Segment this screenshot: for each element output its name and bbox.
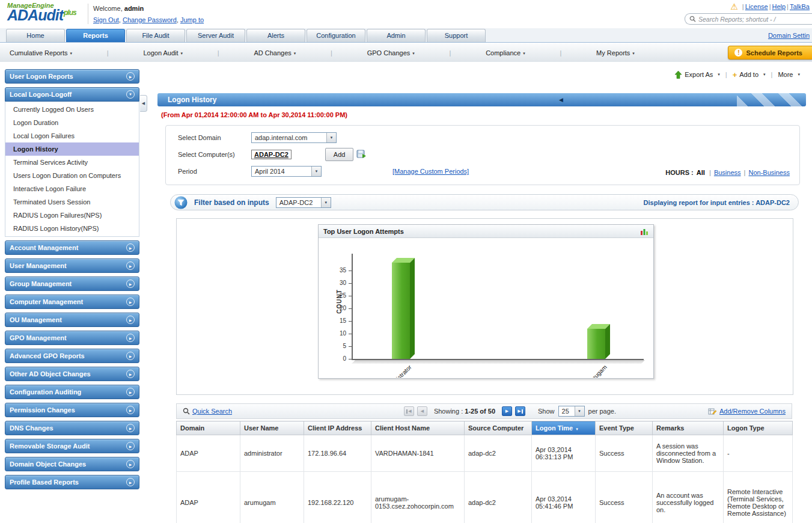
schedule-reports-button[interactable]: ! Schedule Reports [728,46,812,60]
search-box[interactable] [685,13,812,25]
sidebar-section-group-management[interactable]: Group Management▶ [5,277,139,291]
sidebar-item-terminal-services-activity[interactable]: Terminal Services Activity [5,156,139,169]
sidebar-item-logon-duration[interactable]: Logon Duration [5,116,139,129]
menu-logon-audit[interactable]: Logon Audit▾ [143,49,183,57]
link-talkba[interactable]: TalkBa [790,3,810,10]
computers-value[interactable]: ADAP-DC2 [251,150,292,159]
column-header-logon-time[interactable]: Logon Time▾ [532,421,596,435]
column-header-logon-type[interactable]: Logon Type [724,421,793,435]
period-select[interactable]: April 2014 ▼ [251,166,322,177]
menu-cumulative-reports[interactable]: Cumulative Reports▾ [10,49,72,57]
tab-home[interactable]: Home [6,29,65,42]
menu-my-reports[interactable]: My Reports▾ [596,49,635,57]
sidebar-item-logon-history[interactable]: Logon History [5,142,139,156]
column-header-user-name[interactable]: User Name [240,421,304,435]
column-header-client-host-name[interactable]: Client Host Name [371,421,465,435]
first-page-button[interactable]: ◀ [404,406,414,416]
sidebar-sublist: Currently Logged On UsersLogon DurationL… [5,102,139,237]
sidebar-section-removable-storage-audit[interactable]: Removable Storage Audit▶ [5,439,139,453]
y-tick-mark [349,271,352,271]
add-to-button[interactable]: + Add to▾ [733,71,766,79]
sidebar-collapse-handle[interactable]: ◀ [140,95,147,112]
link-help[interactable]: Help [772,3,786,10]
tab-server-audit[interactable]: Server Audit [186,29,245,42]
sidebar-section-profile-based-reports[interactable]: Profile Based Reports▶ [5,475,139,489]
page-size-select[interactable]: 25 ▼ [558,406,585,417]
column-header-source-computer[interactable]: Source Computer [465,421,532,435]
link-license[interactable]: License [745,3,768,10]
previous-page-button[interactable]: ◀ [417,406,427,416]
tab-alerts[interactable]: Alerts [246,29,305,42]
sidebar-section-dns-changes[interactable]: DNS Changes▶ [5,421,139,435]
sidebar-item-local-logon-failures[interactable]: Local Logon Failures [5,129,139,142]
link-change-password[interactable]: Change Password [123,16,177,23]
sidebar-item-terminated-users-session[interactable]: Terminated Users Session [5,195,139,209]
quick-search[interactable]: Quick Search [183,408,312,415]
hours-all[interactable]: All [697,169,705,176]
sidebar-section-computer-management[interactable]: Computer Management▶ [5,295,139,309]
sidebar-section-gpo-management[interactable]: GPO Management▶ [5,331,139,345]
sidebar-section-local-logon-logoff[interactable]: Local Logon-Logoff▼ [5,87,139,102]
sidebar-section-domain-object-changes[interactable]: Domain Object Changes▶ [5,457,139,471]
search-input[interactable] [698,16,802,23]
app-logo[interactable]: ManageEngine ADAuditplus [7,2,76,23]
sidebar-section-other-ad-object-changes[interactable]: Other AD Object Changes▶ [5,367,139,381]
add-remove-columns[interactable]: Add/Remove Columns [708,408,786,415]
collapse-parameters-arrow[interactable]: ◀ [559,93,563,106]
sidebar-item-radius-logon-history-nps[interactable]: RADIUS Logon History(NPS) [5,222,139,235]
hours-business-link[interactable]: Business [714,169,741,176]
warning-icon[interactable]: ⚠ [730,2,738,11]
sidebar-section-permission-changes[interactable]: Permission Changes▶ [5,403,139,417]
last-page-button[interactable]: ▶ [515,406,525,416]
column-header-remarks[interactable]: Remarks [653,421,724,435]
sidebar-item-interactive-logon-failure[interactable]: Interactive Logon Failure [5,182,139,195]
table-cell: 172.18.96.64 [304,435,371,472]
table-cell: Success [596,472,653,523]
chart-bar-arumugam[interactable] [587,329,605,359]
tab-file-audit[interactable]: File Audit [126,29,185,42]
chart-type-icon[interactable] [640,228,649,235]
add-remove-columns-link[interactable]: Add/Remove Columns [719,408,786,415]
sidebar-section-user-logon-reports[interactable]: User Logon Reports▶ [5,69,139,84]
sidebar-section-user-management[interactable]: User Management▶ [5,258,139,273]
tab-admin[interactable]: Admin [367,29,426,42]
next-page-button[interactable]: ▶ [502,406,512,416]
domain-settings-link[interactable]: Domain Settin [768,32,810,39]
showing-range: 1-25 of 50 [465,408,495,415]
menu-compliance[interactable]: Compliance▾ [486,49,525,57]
more-button[interactable]: More▾ [778,71,800,78]
quick-search-link[interactable]: Quick Search [192,408,232,415]
tab-configuration[interactable]: Configuration [307,29,365,42]
sidebar-item-users-logon-duration-on-computers[interactable]: Users Logon Duration on Computers [5,169,139,182]
filter-input-select[interactable]: ADAP-DC2 ▼ [276,197,331,208]
add-computer-button[interactable]: Add [325,148,354,161]
table-cell: arumugam [240,472,304,523]
sidebar-section-account-management[interactable]: Account Management▶ [5,240,139,255]
hours-non-business-link[interactable]: Non-Business [749,169,790,176]
sidebar-item-currently-logged-on-users[interactable]: Currently Logged On Users [5,103,139,116]
column-header-client-ip-address[interactable]: Client IP Address [304,421,371,435]
username: admin [124,5,144,12]
tab-support[interactable]: Support [427,29,486,42]
report-title-bar: Logon History ◀ [157,93,806,106]
menu-gpo-changes[interactable]: GPO Changes▾ [367,49,415,57]
table-row: ADAParumugam192.168.22.120arumugam-0153.… [177,472,793,523]
tab-reports[interactable]: Reports [66,29,125,42]
records-table: DomainUser NameClient IP AddressClient H… [176,421,793,523]
export-as-button[interactable]: Export As▾ [674,71,720,79]
menu-ad-changes[interactable]: AD Changes▾ [254,49,296,57]
domain-select[interactable]: adap.internal.com ▼ [251,132,337,143]
y-tick-mark [349,359,352,359]
sidebar-section-advanced-gpo-reports[interactable]: Advanced GPO Reports▶ [5,349,139,363]
column-header-domain[interactable]: Domain [177,421,240,435]
save-icon[interactable] [356,150,367,160]
manage-custom-periods-link[interactable]: [Manage Custom Periods] [392,168,469,175]
link-jump-to[interactable]: Jump to [180,16,204,23]
column-header-event-type[interactable]: Event Type [596,421,653,435]
link-sign-out[interactable]: Sign Out [93,16,119,23]
sidebar-section-configuration-auditing[interactable]: Configuration Auditing▶ [5,385,139,399]
sidebar-section-ou-management[interactable]: OU Management▶ [5,313,139,327]
chart-bar-administrator[interactable] [392,263,410,359]
sidebar-item-radius-logon-failures-nps[interactable]: RADIUS Logon Failures(NPS) [5,209,139,222]
chevron-down-icon: ▾ [181,51,183,55]
